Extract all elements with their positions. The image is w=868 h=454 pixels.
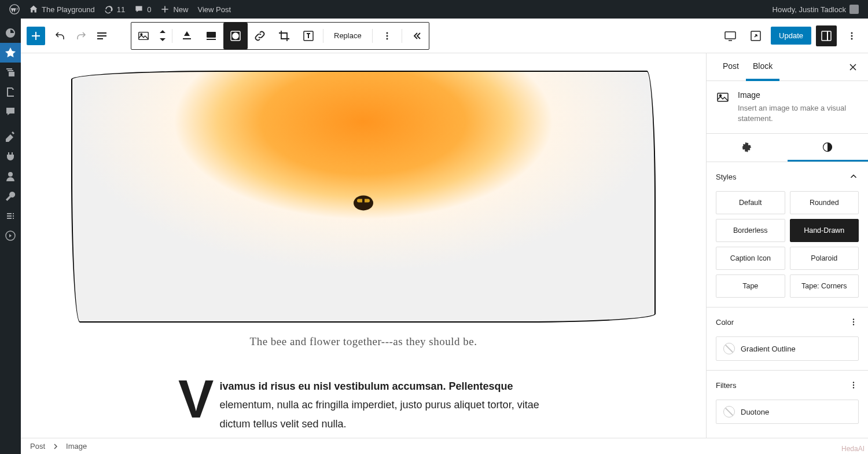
view-post[interactable]: View Post	[193, 0, 236, 19]
avatar	[849, 5, 859, 14]
site-home[interactable]: The Playground	[24, 0, 100, 19]
admin-bar: The Playground 11 0 New View Post Howdy,…	[0, 0, 868, 19]
new-label: New	[173, 5, 188, 14]
user-greeting[interactable]: Howdy, Justin Tadlock	[768, 0, 863, 19]
site-name: The Playground	[42, 5, 95, 14]
comments[interactable]: 0	[130, 0, 156, 19]
updates[interactable]: 11	[100, 0, 130, 19]
wp-logo[interactable]	[5, 0, 24, 19]
new-content[interactable]: New	[156, 0, 193, 19]
comments-count: 0	[147, 5, 151, 14]
updates-count: 11	[117, 5, 125, 14]
